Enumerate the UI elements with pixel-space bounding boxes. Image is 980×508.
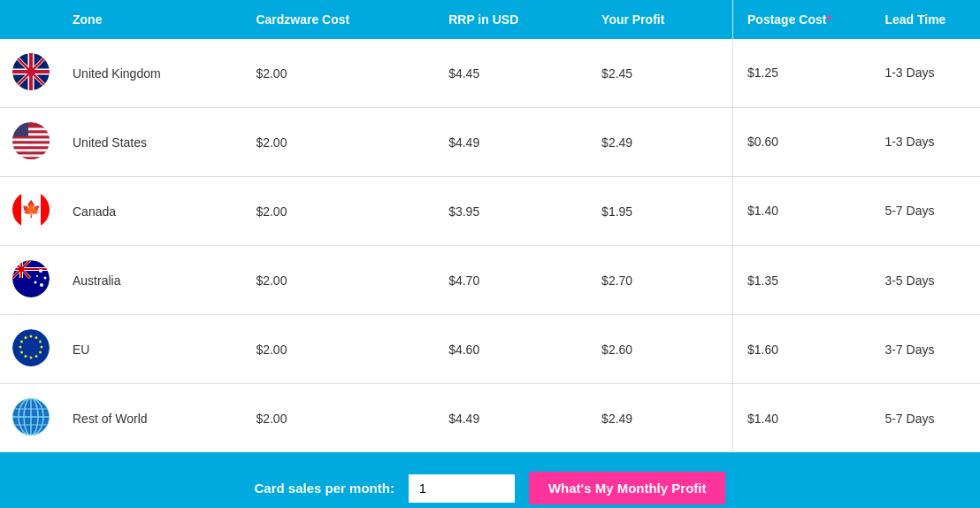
svg-point-36: [25, 355, 27, 358]
svg-point-25: [40, 283, 43, 287]
svg-rect-9: [12, 142, 50, 144]
postage-cell: $1.40: [733, 176, 871, 245]
zone-cell: United Kingdom: [62, 39, 245, 108]
postage-cell: $1.60: [733, 315, 871, 384]
svg-rect-20: [41, 191, 50, 228]
svg-rect-13: [12, 152, 50, 155]
svg-text:🍁: 🍁: [21, 199, 42, 219]
us-flag-icon: [12, 122, 50, 159]
svg-rect-10: [12, 144, 50, 147]
table-row: United Kingdom$2.00$4.45$2.45: [0, 39, 732, 108]
svg-point-31: [39, 341, 42, 343]
table-section: Zone Cardzware Cost RRP in USD Your Prof…: [0, 0, 980, 452]
main-container: Zone Cardzware Cost RRP in USD Your Prof…: [0, 0, 980, 508]
right-table-row: $0.601-3 Days: [733, 107, 981, 176]
svg-rect-8: [12, 139, 50, 142]
right-table-row: $1.251-3 Days: [733, 39, 981, 107]
leadtime-cell: 3-5 Days: [870, 245, 980, 314]
main-table: Zone Cardzware Cost RRP in USD Your Prof…: [0, 0, 732, 452]
right-table-row: $1.353-5 Days: [733, 245, 981, 314]
svg-point-27: [36, 275, 38, 277]
zone-cell: United States: [62, 108, 245, 177]
flag-cell: [0, 315, 62, 384]
flag-cell: 🍁: [0, 177, 62, 246]
profit-cell: $2.49: [591, 384, 732, 453]
postage-cell: $1.35: [733, 245, 871, 314]
right-table-row: $1.405-7 Days: [733, 176, 981, 245]
svg-point-37: [20, 351, 23, 354]
postage-cell: $1.25: [733, 39, 871, 107]
svg-point-30: [35, 336, 38, 339]
svg-point-32: [41, 346, 43, 349]
svg-point-40: [25, 336, 27, 339]
cardzware-cost-cell: $2.00: [245, 39, 438, 108]
rrp-cell: $3.95: [438, 177, 591, 246]
svg-point-34: [35, 355, 38, 358]
flag-cell: [0, 246, 62, 315]
zone-cell: Canada: [62, 177, 245, 246]
postage-cell: $0.60: [733, 107, 871, 176]
col-zone-header: Zone: [62, 0, 245, 39]
profit-cell: $2.60: [591, 315, 732, 384]
col-postage-header: Postage Cost*: [733, 0, 871, 39]
footer-bar: Card sales per month: What's My Monthly …: [0, 452, 980, 508]
svg-point-23: [39, 269, 42, 273]
svg-point-33: [39, 351, 42, 354]
svg-rect-14: [12, 155, 50, 158]
cardzware-cost-cell: $2.00: [245, 315, 438, 384]
leadtime-cell: 5-7 Days: [870, 384, 980, 452]
svg-rect-12: [12, 150, 50, 152]
table-row: EU$2.00$4.60$2.60: [0, 315, 732, 384]
leadtime-cell: 5-7 Days: [870, 176, 980, 245]
au-flag-icon: [12, 260, 50, 297]
right-table-row: $1.603-7 Days: [733, 315, 981, 384]
zone-cell: EU: [62, 315, 245, 384]
ca-flag-icon: 🍁: [12, 191, 50, 228]
rrp-cell: $4.60: [438, 315, 591, 384]
svg-point-35: [30, 357, 33, 359]
svg-point-28: [12, 329, 50, 366]
cardzware-cost-cell: $2.00: [245, 177, 438, 246]
cardzware-cost-cell: $2.00: [245, 384, 438, 453]
right-table: Postage Cost* Lead Time $1.251-3 Days$0.…: [732, 0, 980, 452]
svg-point-39: [20, 341, 23, 343]
uk-flag-icon: [12, 53, 50, 90]
flag-cell: [0, 384, 62, 453]
profit-cell: $1.95: [591, 177, 732, 246]
table-row: Australia$2.00$4.70$2.70: [0, 246, 732, 315]
rrp-cell: $4.49: [438, 384, 591, 453]
table-row: 🍁 Canada$2.00$3.95$1.95: [0, 177, 732, 246]
flag-cell: [0, 108, 62, 177]
leadtime-cell: 1-3 Days: [870, 107, 980, 176]
col-flag-header: [0, 0, 62, 39]
profit-cell: $2.70: [591, 246, 732, 315]
col-cardzware-header: Cardzware Cost: [245, 0, 438, 39]
cardzware-cost-cell: $2.00: [245, 246, 438, 315]
zone-cell: Rest of World: [62, 384, 245, 453]
profit-cell: $2.45: [591, 39, 732, 108]
svg-rect-11: [12, 147, 50, 150]
svg-point-29: [30, 335, 33, 338]
zone-cell: Australia: [62, 246, 245, 315]
right-table-row: $1.405-7 Days: [733, 384, 981, 452]
svg-rect-16: [12, 122, 28, 136]
svg-rect-15: [12, 158, 50, 160]
rrp-cell: $4.49: [438, 108, 591, 177]
table-row: United States$2.00$4.49$2.49: [0, 108, 732, 177]
table-row: Rest of World$2.00$4.49$2.49: [0, 384, 732, 453]
cardzware-cost-cell: $2.00: [245, 108, 438, 177]
svg-point-24: [44, 277, 47, 280]
monthly-profit-button[interactable]: What's My Monthly Profit: [529, 472, 726, 504]
col-profit-header: Your Profit: [591, 0, 732, 39]
flag-cell: [0, 39, 62, 108]
col-rrp-header: RRP in USD: [438, 0, 591, 39]
svg-point-26: [34, 281, 37, 284]
rrp-cell: $4.70: [438, 246, 591, 315]
rrp-cell: $4.45: [438, 39, 591, 108]
card-sales-input[interactable]: [409, 474, 515, 503]
eu-flag-icon: [12, 329, 50, 366]
leadtime-cell: 3-7 Days: [870, 315, 980, 384]
leadtime-cell: 1-3 Days: [870, 39, 980, 107]
svg-rect-19: [12, 191, 21, 228]
footer-label: Card sales per month:: [255, 481, 394, 496]
